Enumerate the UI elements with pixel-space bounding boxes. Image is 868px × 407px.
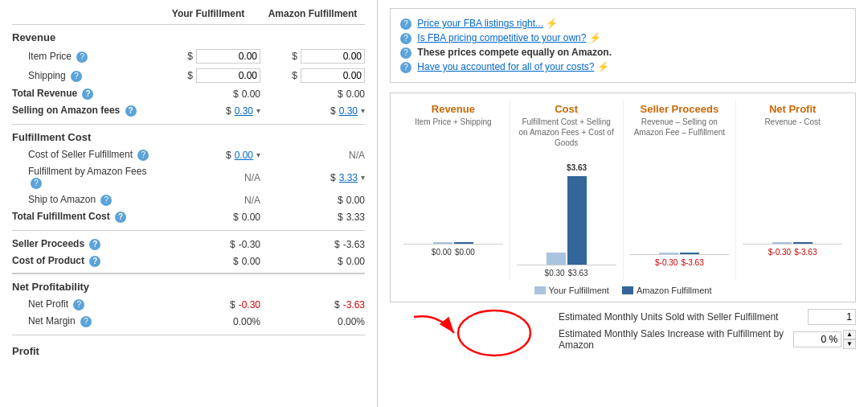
shipping-info-icon[interactable]: ? [71, 71, 82, 82]
info-static-text: ? These prices compete equally on Amazon… [400, 47, 845, 59]
fba-fees-your-value: N/A [156, 172, 260, 183]
fba-fees-amazon-link[interactable]: 3.33 [339, 172, 358, 183]
ship-to-amazon-row: Ship to Amazon ? N/A $ 0.00 [12, 191, 365, 208]
seller-proceeds-amazon-label: $-3.63 [681, 258, 703, 267]
net-profit-amazon-value: $ -3.63 [260, 299, 365, 310]
seller-proceeds-bar-group [659, 253, 699, 254]
monthly-units-label: Estimated Monthly Units Sold with Seller… [559, 311, 801, 323]
chart-net-profit-col: Net Profit Revenue - Cost $-0.30 $-3.63 [736, 100, 849, 281]
total-revenue-your-amount: 0.00 [242, 88, 260, 100]
revenue-your-label: $0.00 [432, 248, 452, 257]
total-revenue-info-icon[interactable]: ? [82, 88, 93, 100]
monthly-sales-label: Estimated Monthly Sales Increase with Fu… [559, 328, 787, 351]
monthly-units-input[interactable] [808, 309, 856, 325]
divider-3 [12, 273, 365, 274]
shipping-your-value: $ [156, 68, 260, 83]
net-margin-your-value: 0.00% [156, 316, 260, 327]
chart-seller-proceeds-col: Seller Proceeds Revenue – Selling on Ama… [624, 100, 737, 281]
chart-cost-bars: $3.63 [517, 153, 616, 265]
net-profit-amazon-bar [793, 242, 813, 244]
seller-proceeds-row: Seller Proceeds ? $ -0.30 $ -3.63 [12, 236, 365, 253]
cost-amazon-bar: $3.63 [567, 176, 587, 265]
info-icon-2: ? [400, 33, 411, 44]
info-icon-1: ? [400, 18, 411, 30]
chart-seller-proceeds-title: Seller Proceeds [630, 103, 730, 115]
monthly-units-row: Estimated Monthly Units Sold with Seller… [559, 309, 856, 325]
item-price-amazon-input[interactable] [301, 49, 365, 64]
cost-seller-your-link[interactable]: 0.00 [235, 150, 253, 161]
total-revenue-label: Total Revenue ? [12, 88, 156, 100]
chart-legend: Your Fulfillment Amazon Fulfillment [397, 286, 849, 295]
cost-bar-group: $3.63 [547, 176, 587, 265]
chart-cost-title: Cost [517, 103, 616, 115]
fba-fees-amazon-dropdown[interactable]: ▾ [361, 173, 365, 182]
info-link-2: ? Is FBA pricing competitive to your own… [400, 32, 845, 44]
chart-cost-subtitle: Fulfillment Cost + Selling on Amazon Fee… [517, 117, 616, 148]
arrow-annotation-area [390, 309, 551, 357]
total-fulfillment-info-icon[interactable]: ? [115, 212, 126, 223]
cost-amazon-label: $3.63 [568, 269, 588, 278]
total-revenue-your-value: $ 0.00 [156, 88, 260, 100]
revenue-amazon-bar [454, 242, 473, 244]
selling-fees-your-value: $ 0.30 ▾ [156, 105, 260, 117]
total-fulfillment-amazon-amount: 3.33 [346, 212, 365, 223]
right-panel: ? Price your FBA listings right... ⚡ ? I… [378, 0, 868, 407]
monthly-sales-row: Estimated Monthly Sales Increase with Fu… [559, 328, 856, 351]
seller-proceeds-amazon-value: $ -3.63 [260, 239, 365, 250]
costs-accounted-link[interactable]: Have you accounted for all of your costs… [417, 61, 594, 72]
fba-competitive-link[interactable]: Is FBA pricing competitive to your own? [417, 32, 586, 43]
net-margin-row: Net Margin ? 0.00% 0.00% [12, 313, 365, 330]
selling-fees-row: Selling on Amazon fees ? $ 0.30 ▾ $ 0.30… [12, 102, 365, 119]
shipping-amazon-value: $ [260, 68, 365, 83]
price-fba-link[interactable]: Price your FBA listings right... [417, 18, 543, 29]
left-panel: Your Fulfillment Amazon Fulfillment Reve… [0, 0, 378, 407]
total-fulfillment-label: Total Fulfillment Cost ? [12, 211, 156, 223]
monthly-sales-stepper[interactable]: ▲ ▼ [843, 330, 856, 349]
item-price-info-icon[interactable]: ? [76, 51, 88, 63]
red-circle [458, 310, 530, 356]
net-margin-amazon-value: 0.00% [260, 316, 365, 327]
divider-2 [12, 230, 365, 231]
item-price-amazon-value: $ [260, 49, 365, 64]
stepper-down-btn[interactable]: ▼ [843, 339, 856, 349]
seller-proceeds-amazon-amount: -3.63 [343, 239, 365, 250]
item-price-your-value: $ [156, 49, 260, 64]
selling-fees-amazon-link[interactable]: 0.30 [339, 105, 358, 117]
profit-label: Profit [12, 340, 365, 357]
ship-to-amazon-info-icon[interactable]: ? [100, 195, 112, 206]
net-profit-chart-amazon-label: $-3.63 [794, 248, 817, 257]
selling-fees-amazon-dropdown[interactable]: ▾ [361, 106, 365, 115]
net-margin-info-icon[interactable]: ? [80, 316, 92, 327]
your-fulfillment-header: Your Fulfillment [156, 8, 260, 19]
cost-seller-info-icon[interactable]: ? [137, 150, 149, 161]
column-headers: Your Fulfillment Amazon Fulfillment [12, 8, 365, 25]
selling-fees-label: Selling on Amazon fees ? [12, 105, 156, 117]
shipping-amazon-input[interactable] [301, 68, 365, 83]
fba-fees-info-icon[interactable]: ? [31, 178, 42, 189]
item-price-label: Item Price ? [12, 51, 156, 63]
chart-cost-col: Cost Fulfillment Cost + Selling on Amazo… [510, 100, 624, 281]
total-fulfillment-row: Total Fulfillment Cost ? $ 0.00 $ 3.33 [12, 208, 365, 225]
item-price-your-input[interactable] [196, 49, 260, 64]
net-margin-label: Net Margin ? [12, 315, 156, 327]
selling-fees-amazon-value: $ 0.30 ▾ [260, 105, 365, 117]
cost-of-product-info-icon[interactable]: ? [89, 256, 100, 267]
divider-4 [12, 335, 365, 335]
selling-fees-your-link[interactable]: 0.30 [235, 105, 253, 117]
net-profit-info-icon[interactable]: ? [73, 299, 84, 310]
net-margin-amazon-amount: 0.00% [338, 316, 365, 327]
seller-proceeds-your-amount: -0.30 [239, 239, 260, 250]
amazon-fulfillment-header: Amazon Fulfillment [260, 8, 365, 19]
revenue-bar-group [433, 242, 473, 244]
monthly-sales-input[interactable] [793, 331, 841, 347]
stepper-up-btn[interactable]: ▲ [843, 330, 856, 339]
divider-1 [12, 124, 365, 125]
selling-fees-info-icon[interactable]: ? [125, 105, 137, 117]
net-profit-label: Net Profit ? [12, 298, 156, 310]
cost-seller-fulfillment-row: Cost of Seller Fulfillment ? $ 0.00 ▾ N/… [12, 146, 365, 163]
seller-proceeds-info-icon[interactable]: ? [89, 239, 100, 250]
fulfillment-cost-section-title: Fulfillment Cost [12, 131, 365, 143]
chart-columns: Revenue Item Price + Shipping $0.00 $0.0… [397, 100, 849, 281]
net-profitability-section: Net Profitability Net Profit ? $ -0.30 $… [12, 281, 365, 330]
shipping-your-input[interactable] [196, 68, 260, 83]
